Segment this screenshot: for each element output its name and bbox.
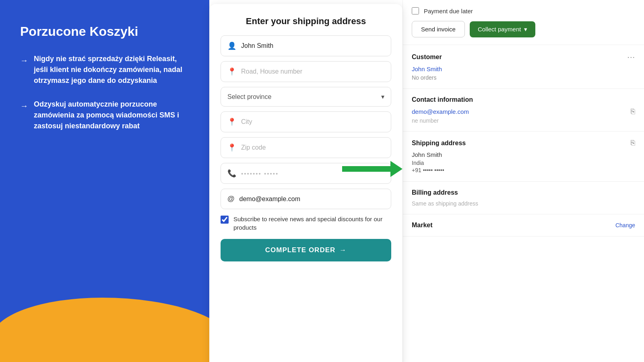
market-row: Market Change bbox=[412, 222, 635, 229]
billing-same-label: Same as shipping address bbox=[412, 200, 635, 207]
city-field-row: 📍 bbox=[221, 111, 391, 132]
name-field-row: 👤 bbox=[221, 35, 391, 56]
shipping-header: Shipping address ⎘ bbox=[412, 139, 635, 147]
complete-order-button[interactable]: COMPLETE ORDER → bbox=[221, 239, 391, 261]
collect-payment-button[interactable]: Collect payment ▾ bbox=[470, 21, 536, 37]
road-input[interactable] bbox=[241, 68, 384, 75]
phone-icon: 📞 bbox=[227, 169, 236, 178]
customer-section: Customer ··· John Smith No orders bbox=[403, 45, 644, 89]
chevron-down-icon: ▾ bbox=[381, 93, 384, 101]
no-orders-label: No orders bbox=[412, 74, 436, 81]
name-input[interactable] bbox=[241, 42, 384, 49]
location-icon-zip: 📍 bbox=[227, 143, 236, 152]
location-icon-city: 📍 bbox=[227, 117, 236, 126]
at-icon: @ bbox=[227, 195, 235, 203]
left-title: Porzucone Koszyki bbox=[20, 24, 189, 39]
green-arrow-overlay bbox=[342, 161, 402, 177]
form-title: Enter your shipping address bbox=[221, 16, 391, 27]
shipping-country: India bbox=[412, 160, 635, 166]
contact-phone-row: ne number bbox=[412, 117, 635, 124]
left-panel: Porzucone Koszyki → Nigdy nie strać sprz… bbox=[0, 0, 209, 362]
contact-section: Contact information demo@example.com ⎘ n… bbox=[403, 89, 644, 132]
market-title: Market bbox=[412, 222, 433, 229]
copy-shipping-icon[interactable]: ⎘ bbox=[631, 139, 635, 147]
shipping-title: Shipping address bbox=[412, 140, 466, 147]
contact-header: Contact information bbox=[412, 96, 635, 103]
billing-header: Billing address bbox=[412, 189, 635, 196]
customer-title: Customer bbox=[412, 53, 442, 61]
zip-input[interactable] bbox=[241, 144, 384, 151]
subscribe-checkbox[interactable] bbox=[221, 216, 229, 224]
contact-title: Contact information bbox=[412, 96, 473, 103]
market-section: Market Change bbox=[403, 214, 644, 237]
customer-header: Customer ··· bbox=[412, 52, 635, 62]
city-input[interactable] bbox=[241, 118, 384, 125]
billing-address-section: Billing address Same as shipping address bbox=[403, 182, 644, 214]
payment-due-section: Payment due later Send invoice Collect p… bbox=[403, 0, 644, 45]
customer-name-link[interactable]: John Smith bbox=[412, 66, 635, 72]
copy-email-icon[interactable]: ⎘ bbox=[631, 107, 635, 116]
subscribe-row: Subscribe to receive news and special di… bbox=[221, 215, 391, 232]
bullet-2: → Odzyskuj automatycznie porzucone zamów… bbox=[20, 99, 189, 132]
shipping-name: John Smith bbox=[412, 151, 635, 158]
phone-value: ••••••• ••••• bbox=[241, 170, 279, 177]
contact-email-row: demo@example.com ⎘ bbox=[412, 107, 635, 116]
road-field-row: 📍 bbox=[221, 61, 391, 82]
shipping-address-section: Shipping address ⎘ John Smith India +91 … bbox=[403, 132, 644, 182]
email-field-row: @ bbox=[221, 189, 391, 209]
province-select[interactable]: Select province ▾ bbox=[221, 87, 391, 107]
shipping-phone: +91 ••••• ••••• bbox=[412, 167, 635, 173]
billing-title: Billing address bbox=[412, 189, 458, 196]
person-icon: 👤 bbox=[227, 41, 236, 50]
invoice-row: Send invoice Collect payment ▾ bbox=[412, 21, 635, 37]
send-invoice-button[interactable]: Send invoice bbox=[412, 21, 465, 37]
customer-more-menu[interactable]: ··· bbox=[627, 52, 635, 62]
payment-due-row: Payment due later bbox=[412, 7, 635, 14]
bullet-arrow-icon-1: → bbox=[20, 54, 28, 66]
subscribe-label: Subscribe to receive news and special di… bbox=[233, 215, 391, 232]
location-icon-road: 📍 bbox=[227, 67, 236, 76]
email-input[interactable] bbox=[239, 195, 384, 203]
payment-due-label: Payment due later bbox=[424, 8, 473, 14]
collect-chevron-icon: ▾ bbox=[524, 26, 527, 33]
right-panel: Payment due later Send invoice Collect p… bbox=[402, 0, 644, 362]
shipping-form-panel: Enter your shipping address 👤 📍 Select p… bbox=[209, 4, 402, 362]
bullet-arrow-icon-2: → bbox=[20, 100, 28, 112]
zip-field-row: 📍 bbox=[221, 137, 391, 158]
bullet-1: → Nigdy nie strać sprzedaży dzięki Relea… bbox=[20, 53, 189, 86]
market-change-link[interactable]: Change bbox=[615, 222, 635, 228]
payment-due-checkbox[interactable] bbox=[412, 7, 419, 14]
